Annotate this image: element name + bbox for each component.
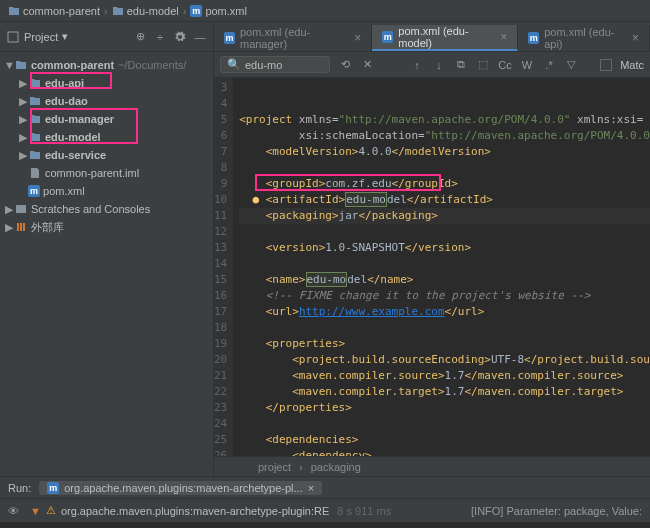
maven-file-icon: m [190,5,202,17]
match-case-icon[interactable]: Cc [498,59,512,71]
status-info: [INFO] Parameter: package, Value: [471,505,642,517]
close-icon[interactable]: × [354,31,361,45]
crumb-project[interactable]: project [258,461,291,473]
tree-external-libs[interactable]: ▶外部库 [0,218,213,236]
tab-edu-model[interactable]: mpom.xml (edu-model)× [372,25,518,51]
breadcrumb-seg-root[interactable]: common-parent [8,5,100,17]
code-lines[interactable]: <project xmlns="http://maven.apache.org/… [233,78,650,456]
tree-item-edu-dao[interactable]: ▶edu-dao [0,92,213,110]
breadcrumb-seg-module[interactable]: edu-model [112,5,179,17]
close-icon[interactable]: × [308,482,314,494]
add-selection-icon[interactable]: ⧉ [454,58,468,71]
svg-rect-0 [8,32,18,42]
search-icon: 🔍 [227,58,241,71]
maven-file-icon: m [28,185,40,197]
warning-icon: ⚠ [46,504,56,517]
status-bar: 👁 ▼ ⚠ org.apache.maven.plugins:maven-arc… [0,498,650,522]
tab-edu-manager[interactable]: mpom.xml (edu-manager)× [214,25,372,51]
tree-scratches[interactable]: ▶Scratches and Consoles [0,200,213,218]
hide-icon[interactable]: — [193,30,207,44]
run-tab[interactable]: morg.apache.maven.plugins:maven-archetyp… [39,481,322,495]
chevron-right-icon: › [183,5,187,17]
refresh-icon[interactable]: ⟲ [338,58,352,71]
library-icon [14,220,28,234]
find-toolbar: 🔍edu-mo ⟲ ✕ ↑ ↓ ⧉ ⬚ Cc W .* ▽ Matc [214,52,650,78]
scratches-icon [14,202,28,216]
tree-item-edu-model[interactable]: ▶edu-model [0,128,213,146]
close-icon[interactable]: × [500,30,507,44]
up-arrow-icon[interactable]: ↑ [410,59,424,71]
tree-root[interactable]: ▼common-parent~/Documents/ [0,56,213,74]
project-toolbar: Project ▾ ⊕ ÷ — [0,22,213,52]
tree-item-iml[interactable]: common-parent.iml [0,164,213,182]
svg-rect-1 [16,205,26,213]
status-message[interactable]: ▼ ⚠ org.apache.maven.plugins:maven-arche… [30,504,329,517]
editor-area: mpom.xml (edu-manager)× mpom.xml (edu-mo… [214,22,650,476]
search-input[interactable]: 🔍edu-mo [220,56,330,73]
match-checkbox[interactable] [600,59,612,71]
gear-icon[interactable] [173,30,187,44]
tree-item-edu-manager[interactable]: ▶edu-manager [0,110,213,128]
tree-item-edu-api[interactable]: ▶edu-api [0,74,213,92]
run-label: Run: [8,482,31,494]
chevron-right-icon: › [104,5,108,17]
breadcrumb: common-parent › edu-model › mpom.xml [0,0,650,22]
elapsed-time: 8 s 911 ms [337,505,391,517]
crumb-packaging[interactable]: packaging [311,461,361,473]
file-icon [28,166,42,180]
filter-icon[interactable]: ▽ [564,58,578,71]
collapse-icon[interactable]: ÷ [153,30,167,44]
select-all-icon[interactable]: ⬚ [476,58,490,71]
match-label: Matc [620,59,644,71]
down-arrow-icon[interactable]: ↓ [432,59,446,71]
eye-icon[interactable]: 👁 [8,505,22,517]
project-tool-window: Project ▾ ⊕ ÷ — ▼common-parent~/Document… [0,22,214,476]
project-tree[interactable]: ▼common-parent~/Documents/ ▶edu-api ▶edu… [0,52,213,240]
select-opened-file-icon[interactable]: ⊕ [133,30,147,44]
structure-breadcrumb: project › packaging [214,456,650,476]
regex-icon[interactable]: .* [542,59,556,71]
tree-item-edu-service[interactable]: ▶edu-service [0,146,213,164]
project-view-selector[interactable]: Project ▾ [6,30,127,44]
project-icon [6,30,20,44]
breadcrumb-seg-file[interactable]: mpom.xml [190,5,247,17]
run-tool-window: Run: morg.apache.maven.plugins:maven-arc… [0,476,650,498]
close-icon[interactable]: × [632,31,639,45]
tab-edu-api[interactable]: mpom.xml (edu-api)× [518,25,650,51]
editor-tabs: mpom.xml (edu-manager)× mpom.xml (edu-mo… [214,22,650,52]
line-gutter: 3456789101112131415161718192021222324252… [214,78,233,456]
close-icon[interactable]: ✕ [360,58,374,71]
code-editor[interactable]: 3456789101112131415161718192021222324252… [214,78,650,456]
tree-item-pom[interactable]: m pom.xml [0,182,213,200]
words-icon[interactable]: W [520,59,534,71]
